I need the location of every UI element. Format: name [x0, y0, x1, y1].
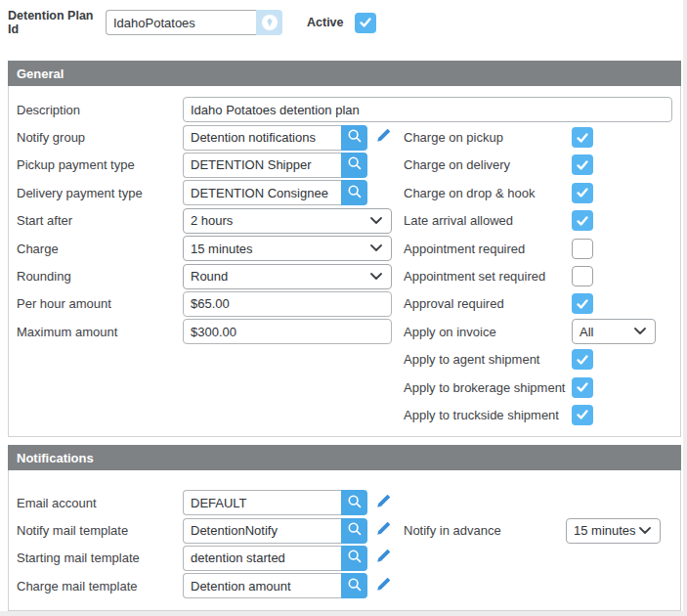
starting-mail-template-search-button[interactable] [341, 546, 367, 571]
pencil-icon [375, 576, 392, 596]
starting-mail-template-input[interactable] [183, 546, 341, 571]
notify-mail-template-search-button[interactable] [341, 518, 367, 544]
charge-mail-template-label: Charge mail template [17, 579, 183, 594]
appointment-set-required-checkbox[interactable] [572, 266, 593, 286]
charge-on-delivery-checkbox[interactable] [572, 154, 593, 175]
form-row-charge-on-drop-hook: Charge on drop & hook [404, 179, 656, 206]
apply-to-agent-shipment-label: Apply to agent shipment [404, 352, 572, 367]
approval-required-label: Approval required [404, 296, 572, 311]
notify-group-search-button[interactable] [341, 125, 367, 151]
notifications-right-column: Notify in advance15 minutes [404, 516, 661, 544]
appointment-set-required-label: Appointment set required [404, 269, 572, 284]
charge-on-delivery-label: Charge on delivery [404, 157, 572, 172]
search-icon [347, 155, 363, 174]
search-icon [347, 577, 363, 595]
notify-group-label: Notify group [17, 130, 183, 145]
charge-on-drop-hook-checkbox[interactable] [572, 183, 593, 203]
pencil-icon [375, 548, 392, 568]
approval-required-checkbox[interactable] [572, 293, 593, 314]
notify-in-advance-select-value: 15 minutes [574, 523, 636, 538]
apply-to-truckside-shipment-checkbox[interactable] [572, 405, 593, 425]
description-label: Description [17, 103, 183, 117]
appointment-required-checkbox[interactable] [572, 239, 593, 259]
search-icon [347, 549, 363, 567]
chevron-down-icon [370, 244, 382, 252]
charge-select[interactable]: 15 minutes [183, 236, 392, 261]
apply-to-agent-shipment-checkbox[interactable] [572, 349, 593, 370]
per-hour-amount-input[interactable] [183, 291, 392, 317]
apply-to-brokerage-shipment-checkbox[interactable] [572, 377, 593, 398]
start-after-select[interactable]: 2 hours [183, 208, 392, 234]
notify-group-edit-button[interactable] [375, 129, 393, 147]
charge-on-pickup-checkbox[interactable] [572, 127, 593, 148]
form-row-apply-on-invoice: Apply on invoiceAll [404, 318, 656, 345]
plan-id-label: Detention Plan Id [8, 9, 106, 36]
email-account-edit-button[interactable] [375, 494, 393, 511]
plan-id-bar: Detention Plan Id Active [8, 10, 376, 35]
chevron-down-icon [639, 527, 651, 535]
section-notifications: Notifications Email accountNotify mail t… [8, 445, 681, 611]
notify-group-input[interactable] [183, 125, 341, 151]
form-row-starting-mail-template: Starting mail template [17, 545, 393, 572]
form-row-apply-to-brokerage-shipment: Apply to brokerage shipment [404, 374, 656, 401]
charge-on-drop-hook-label: Charge on drop & hook [404, 186, 572, 200]
apply-to-brokerage-shipment-label: Apply to brokerage shipment [404, 380, 572, 395]
email-account-label: Email account [17, 496, 183, 510]
per-hour-amount-label: Per hour amount [17, 296, 183, 311]
notify-mail-template-input[interactable] [183, 518, 341, 544]
form-row-appointment-required: Appointment required [404, 235, 656, 262]
delivery-payment-type-search-button[interactable] [341, 180, 367, 205]
charge-mail-template-edit-button[interactable] [375, 577, 393, 594]
pickup-payment-type-search-button[interactable] [341, 153, 367, 178]
pencil-icon [375, 520, 392, 541]
form-row-charge-mail-template: Charge mail template [17, 572, 393, 599]
form-row-email-account: Email account [17, 489, 393, 516]
form-row-notify-mail-template: Notify mail template [17, 516, 393, 544]
starting-mail-template-edit-button[interactable] [375, 550, 393, 567]
search-icon [347, 521, 363, 540]
notify-mail-template-edit-button[interactable] [375, 522, 393, 540]
check-icon [577, 133, 588, 143]
form-row-charge-on-delivery: Charge on delivery [404, 152, 656, 179]
search-icon [347, 128, 363, 147]
notify-mail-template-label: Notify mail template [17, 523, 183, 538]
form-row-appointment-set-required: Appointment set required [404, 262, 656, 289]
pickup-payment-type-label: Pickup payment type [17, 157, 183, 172]
form-row-approval-required: Approval required [404, 290, 656, 318]
form-row-charge-on-pickup: Charge on pickup [404, 123, 656, 151]
search-icon [347, 184, 363, 202]
generate-id-button[interactable] [256, 10, 282, 35]
pickup-payment-type-input[interactable] [183, 153, 341, 178]
delivery-payment-type-input[interactable] [183, 180, 341, 205]
charge-mail-template-input[interactable] [183, 573, 341, 598]
check-icon [577, 299, 588, 309]
charge-on-pickup-label: Charge on pickup [404, 130, 572, 145]
plan-id-input[interactable] [106, 10, 256, 35]
start-after-label: Start after [17, 213, 183, 228]
delivery-payment-type-label: Delivery payment type [17, 186, 183, 200]
notify-in-advance-select[interactable]: 15 minutes [566, 518, 661, 544]
charge-mail-template-search-button[interactable] [341, 573, 367, 598]
email-account-input[interactable] [183, 490, 341, 515]
rounding-select[interactable]: Round [183, 264, 392, 289]
form-canvas: Detention Plan Id Active General Descrip… [0, 0, 683, 611]
description-input[interactable] [183, 97, 672, 122]
charge-select-value: 15 minutes [191, 242, 253, 256]
maximum-amount-label: Maximum amount [17, 325, 183, 339]
late-arrival-allowed-label: Late arrival allowed [404, 213, 572, 228]
section-general-title: General [17, 66, 64, 81]
chevron-down-icon [634, 328, 646, 335]
apply-on-invoice-select[interactable]: All [572, 319, 656, 344]
search-icon [347, 494, 363, 512]
late-arrival-allowed-checkbox[interactable] [572, 210, 593, 231]
start-after-select-value: 2 hours [191, 213, 233, 228]
email-account-search-button[interactable] [341, 490, 367, 515]
section-notifications-header: Notifications [8, 445, 681, 470]
check-icon [577, 355, 588, 365]
active-checkbox[interactable] [355, 13, 376, 33]
section-notifications-title: Notifications [17, 451, 94, 465]
form-row-late-arrival-allowed: Late arrival allowed [404, 207, 656, 235]
section-general-header: General [8, 61, 681, 86]
maximum-amount-input[interactable] [183, 319, 392, 344]
apply-to-truckside-shipment-label: Apply to truckside shipment [404, 408, 572, 422]
